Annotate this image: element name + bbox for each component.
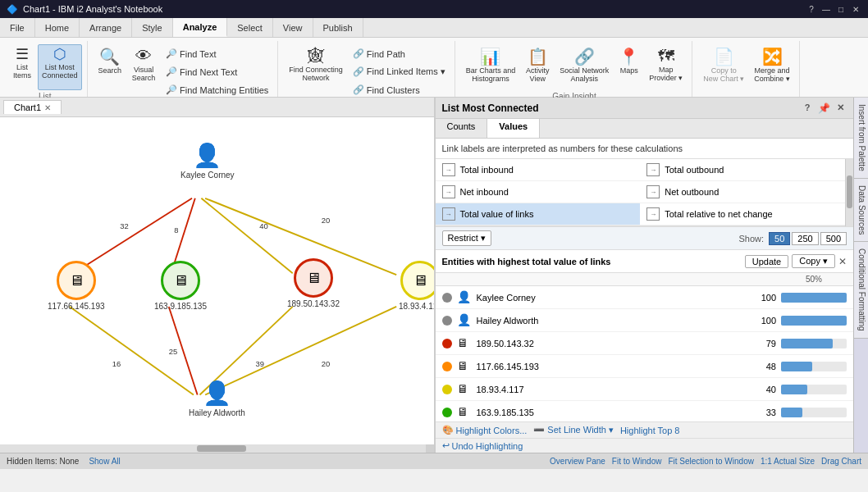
find-clusters-btn[interactable]: 🔗Find Clusters xyxy=(349,82,450,98)
chart-tab-label: Chart1 xyxy=(14,102,41,112)
panel-bottom-toolbar: 🎨 Highlight Colors... ➖ Set Line Width ▾… xyxy=(436,421,854,453)
restrict-btn[interactable]: Restrict ▾ xyxy=(442,230,491,246)
panel-close-btn[interactable]: ✕ xyxy=(834,102,847,114)
fit-selection-btn[interactable]: Fit Selection to Window xyxy=(668,457,754,466)
drag-chart-btn[interactable]: Drag Chart xyxy=(821,457,861,466)
chart-canvas[interactable]: 32 8 40 20 25 16 39 xyxy=(0,117,434,453)
entity-dot-hailey xyxy=(442,316,452,326)
list-items-icon: ☰ xyxy=(16,47,29,61)
ribbon-group-find-networks: 🕸 Find ConnectingNetwork 🔗Find Path 🔗Fin… xyxy=(280,41,455,97)
percent-header: 50% xyxy=(781,275,847,284)
restore-btn[interactable]: □ xyxy=(835,3,847,15)
list-item[interactable]: 👤 Kaylee Corney 100 xyxy=(436,286,854,309)
tab-values[interactable]: Values xyxy=(487,119,540,138)
list-item[interactable]: 🖥 18.93.4.117 40 xyxy=(436,378,854,401)
fit-to-window-btn[interactable]: Fit to Window xyxy=(612,457,662,466)
find-linked-items-btn[interactable]: 🔗Find Linked Items ▾ xyxy=(349,64,450,80)
list-item[interactable]: 🖥 163.9.185.135 33 xyxy=(436,401,854,421)
copy-to-new-chart-btn[interactable]: 📄 Copy toNew Chart ▾ xyxy=(699,44,748,90)
activity-view-btn[interactable]: 📋 ActivityView xyxy=(521,44,554,90)
list-items-btn[interactable]: ☰ ListItems xyxy=(8,44,36,90)
total-value-icon: → xyxy=(442,207,455,221)
help-btn[interactable]: ? xyxy=(806,3,817,15)
node-hailey[interactable]: 👤 Hailey Aldworth xyxy=(189,380,245,417)
show-50-btn[interactable]: 50 xyxy=(769,232,790,245)
find-text-btn[interactable]: 🔎Find Text xyxy=(162,46,272,61)
side-tab-data-sources[interactable]: Data Sources xyxy=(854,179,868,243)
overview-pane-btn[interactable]: Overview Pane xyxy=(550,457,605,466)
maps-icon: 📍 xyxy=(619,47,639,66)
tab-counts[interactable]: Counts xyxy=(436,119,488,138)
panel-pin-btn[interactable]: 📌 xyxy=(817,102,830,114)
entity-name-kaylee: Kaylee Corney xyxy=(477,293,747,303)
option-net-outbound[interactable]: → Net outbound xyxy=(640,181,845,203)
side-tab-insert-from-palette[interactable]: Insert from Palette xyxy=(854,98,868,179)
entity-name-117: 117.66.145.193 xyxy=(477,362,747,371)
options-scrollbar[interactable] xyxy=(845,159,853,226)
tab-home[interactable]: Home xyxy=(35,18,80,37)
results-close-btn[interactable]: ✕ xyxy=(838,256,847,267)
entity-dot-kaylee xyxy=(442,293,452,303)
find-next-text-btn[interactable]: 🔎Find Next Text xyxy=(162,64,272,80)
find-connecting-network-btn[interactable]: 🕸 Find ConnectingNetwork xyxy=(285,44,347,90)
entity-bar-kaylee xyxy=(781,293,847,303)
show-250-btn[interactable]: 250 xyxy=(792,232,818,245)
highlight-top-btn[interactable]: Highlight Top 8 xyxy=(620,426,680,435)
maps-btn[interactable]: 📍 Maps xyxy=(614,44,643,90)
bar-charts-btn[interactable]: 📊 Bar Charts andHistograms xyxy=(462,44,520,90)
list-item[interactable]: 👤 Hailey Aldworth 100 xyxy=(436,309,854,332)
option-total-relative[interactable]: → Total relative to net change xyxy=(640,203,845,226)
side-tab-conditional-formatting[interactable]: Conditional Formatting xyxy=(854,242,868,339)
list-most-connected-icon: ⬡ xyxy=(53,47,66,61)
option-total-inbound[interactable]: → Total inbound xyxy=(436,159,641,181)
show-buttons: 50 250 500 xyxy=(769,232,847,245)
node-kaylee[interactable]: 👤 Kaylee Corney xyxy=(180,142,235,180)
find-matching-entities-btn[interactable]: 🔎Find Matching Entities xyxy=(162,82,272,98)
tab-file[interactable]: File xyxy=(0,18,35,37)
map-provider-btn[interactable]: 🗺 MapProvider ▾ xyxy=(645,44,687,90)
minimize-btn[interactable]: — xyxy=(820,3,832,15)
show-500-btn[interactable]: 500 xyxy=(820,232,847,245)
close-btn[interactable]: ✕ xyxy=(850,3,861,15)
option-total-outbound[interactable]: → Total outbound xyxy=(640,159,845,181)
entity-name-18: 18.93.4.117 xyxy=(477,385,747,394)
highlight-colors-btn[interactable]: 🎨 Highlight Colors... xyxy=(442,425,528,435)
option-total-value-links[interactable]: → Total value of links xyxy=(436,203,641,226)
entity-value-117: 48 xyxy=(752,362,776,371)
entity-dot-117 xyxy=(442,362,452,371)
list-most-connected-btn[interactable]: ⬡ List MostConnected xyxy=(38,44,82,90)
social-network-analysis-btn[interactable]: 🔗 Social NetworkAnalysis xyxy=(555,44,613,90)
update-btn[interactable]: Update xyxy=(745,255,788,268)
visual-search-btn[interactable]: 👁 VisualSearch xyxy=(127,44,160,90)
set-line-width-btn[interactable]: ➖ Set Line Width ▾ xyxy=(533,425,614,435)
tab-view[interactable]: View xyxy=(273,18,313,37)
chart-tab[interactable]: Chart1 ✕ xyxy=(3,100,62,114)
entity-icon-189: 🖥 xyxy=(457,336,472,351)
entity-bar-189 xyxy=(781,339,847,348)
horizontal-scrollbar[interactable] xyxy=(0,444,426,453)
total-inbound-icon: → xyxy=(442,163,455,176)
actual-size-btn[interactable]: 1:1 Actual Size xyxy=(761,457,815,466)
merge-and-combine-btn[interactable]: 🔀 Merge andCombine ▾ xyxy=(750,44,794,90)
option-net-inbound[interactable]: → Net inbound xyxy=(436,181,641,203)
tab-arrange[interactable]: Arrange xyxy=(80,18,132,37)
tab-publish[interactable]: Publish xyxy=(313,18,363,37)
find-path-btn[interactable]: 🔗Find Path xyxy=(349,46,450,61)
chart-tab-close-btn[interactable]: ✕ xyxy=(44,103,51,112)
copy-btn[interactable]: Copy ▾ xyxy=(792,254,835,268)
node-18[interactable]: 🖥 18.93.4.117 xyxy=(399,261,434,311)
node-163[interactable]: 🖥 163.9.185.135 xyxy=(154,261,207,311)
list-item[interactable]: 🖥 117.66.145.193 48 xyxy=(436,355,854,378)
show-all-link[interactable]: Show All xyxy=(89,457,120,466)
tab-analyze[interactable]: Analyze xyxy=(173,18,228,37)
tab-style[interactable]: Style xyxy=(132,18,172,37)
search-btn[interactable]: 🔍 Search xyxy=(94,44,126,90)
undo-highlighting-btn[interactable]: ↩ Undo Highlighting xyxy=(442,440,523,451)
svg-text:40: 40 xyxy=(259,221,267,230)
tab-select[interactable]: Select xyxy=(227,18,273,37)
list-item[interactable]: 🖥 189.50.143.32 79 xyxy=(436,332,854,355)
node-117[interactable]: 🖥 117.66.145.193 xyxy=(48,261,105,311)
node-189[interactable]: 🖥 189.50.143.32 xyxy=(287,258,340,308)
results-table-header: 50% xyxy=(436,273,854,286)
panel-help-btn[interactable]: ? xyxy=(801,102,814,114)
